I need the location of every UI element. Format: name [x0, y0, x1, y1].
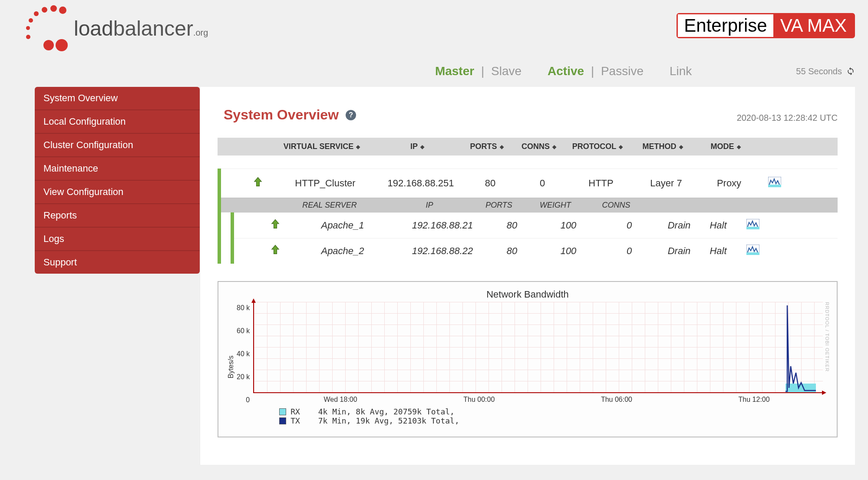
main-content: System Overview ? 2020-08-13 12:28:42 UT…	[200, 87, 855, 465]
logo-word-2: balancer	[113, 17, 193, 40]
legend-tx-summary: 7k Min, 19k Avg, 52103k Total,	[318, 416, 459, 425]
rs-ip: 192.168.88.21	[399, 220, 486, 231]
page-title: System Overview ?	[224, 107, 356, 123]
rs-weight: 100	[538, 245, 599, 257]
vs-method: Layer 7	[634, 178, 699, 189]
vs-ports: 80	[464, 178, 516, 189]
svg-rect-3	[746, 227, 759, 229]
x-ticks: Wed 18:00 Thu 00:00 Thu 06:00 Thu 12:00	[253, 396, 823, 404]
product-left: Enterprise	[678, 14, 773, 37]
y-ticks: 80 k 60 k 40 k 20 k 0	[237, 304, 253, 404]
vs-mode: Proxy	[699, 178, 759, 189]
sidebar-item-view-configuration[interactable]: View Configuration	[35, 181, 200, 204]
status-bar: Master | Slave Active | Passive Link 55 …	[0, 52, 868, 87]
vs-name: HTTP_Cluster	[273, 178, 377, 189]
col-real-server: REAL SERVER	[273, 201, 386, 210]
rs-name: Apache_1	[286, 220, 399, 231]
sort-icon: ◆	[356, 144, 360, 150]
drain-button[interactable]: Drain	[660, 220, 699, 231]
col-virtual-service[interactable]: VIRTUAL SERVICE◆	[270, 142, 374, 151]
vs-protocol: HTTP	[568, 178, 634, 189]
y-axis-label: Bytes/s	[225, 302, 237, 432]
legend-rx-name: RX	[290, 407, 300, 416]
state-passive: Passive	[601, 64, 644, 78]
drain-button[interactable]: Drain	[660, 245, 699, 257]
halt-button[interactable]: Halt	[699, 220, 738, 231]
up-arrow-icon	[243, 176, 273, 191]
col-rs-conns: CONNS	[586, 201, 647, 210]
vs-row[interactable]: HTTP_Cluster 192.168.88.251 80 0 HTTP La…	[221, 169, 838, 198]
sidebar-item-logs[interactable]: Logs	[35, 228, 200, 251]
sidebar-item-support[interactable]: Support	[35, 251, 200, 274]
col-rs-weight: WEIGHT	[525, 201, 586, 210]
rs-row: Apache_1 192.168.88.21 80 100 0 Drain Ha…	[234, 212, 838, 238]
virtual-services-table: VIRTUAL SERVICE◆ IP◆ PORTS◆ CONNS◆ PROTO…	[218, 138, 838, 264]
rs-name: Apache_2	[286, 245, 399, 257]
graph-icon[interactable]	[738, 219, 768, 232]
logo-suffix: .org	[193, 28, 208, 37]
halt-button[interactable]: Halt	[699, 245, 738, 257]
svg-rect-5	[746, 252, 759, 255]
rs-ports: 80	[486, 220, 538, 231]
sidebar-item-cluster-configuration[interactable]: Cluster Configuration	[35, 134, 200, 157]
link-status: Link	[670, 64, 692, 78]
graph-icon[interactable]	[738, 245, 768, 258]
rrdtool-watermark: RRDTOOL / TOBI OETIKER	[823, 302, 830, 432]
rs-weight: 100	[538, 220, 599, 231]
timestamp: 2020-08-13 12:28:42 UTC	[737, 113, 838, 123]
col-ports[interactable]: PORTS◆	[461, 142, 513, 151]
rs-ports: 80	[486, 245, 538, 257]
col-conns[interactable]: CONNS◆	[513, 142, 565, 151]
logo-dots-icon	[26, 4, 69, 52]
state-active: Active	[548, 64, 584, 78]
rs-conns: 0	[599, 245, 660, 257]
rs-header-row: REAL SERVER IP PORTS WEIGHT CONNS	[221, 198, 838, 212]
role-master: Master	[435, 64, 474, 78]
col-rs-ip: IP	[386, 201, 473, 210]
vs-conns: 0	[516, 178, 568, 189]
tx-swatch-icon	[279, 417, 286, 424]
logo-word-1: load	[74, 17, 113, 40]
up-arrow-icon	[264, 218, 286, 233]
legend-tx-name: TX	[290, 416, 300, 425]
chart-title: Network Bandwidth	[225, 289, 830, 300]
rx-swatch-icon	[279, 408, 286, 415]
col-ip[interactable]: IP◆	[374, 142, 461, 151]
rs-conns: 0	[599, 220, 660, 231]
countdown-text: 55 Seconds	[796, 66, 842, 76]
logo: loadbalancer.org	[26, 4, 208, 52]
logo-text: loadbalancer.org	[74, 17, 208, 40]
legend-rx-summary: 4k Min, 8k Avg, 20759k Total,	[318, 407, 455, 416]
sidebar: System Overview Local Configuration Clus…	[35, 87, 200, 274]
svg-rect-1	[768, 185, 781, 187]
graph-icon[interactable]	[759, 177, 790, 190]
help-icon[interactable]: ?	[346, 110, 356, 120]
role-slave: Slave	[491, 64, 521, 78]
refresh-countdown: 55 Seconds	[796, 66, 855, 76]
col-protocol[interactable]: PROTOCOL◆	[565, 142, 630, 151]
vs-header-row: VIRTUAL SERVICE◆ IP◆ PORTS◆ CONNS◆ PROTO…	[218, 138, 838, 156]
chart-legend: RX 4k Min, 8k Avg, 20759k Total, TX 7k M…	[253, 407, 823, 425]
refresh-icon[interactable]	[846, 67, 855, 76]
up-arrow-icon	[264, 244, 286, 258]
plot-area	[253, 302, 823, 393]
sidebar-item-maintenance[interactable]: Maintenance	[35, 157, 200, 181]
rs-ip: 192.168.88.22	[399, 245, 486, 257]
product-right: VA MAX	[773, 14, 854, 37]
sidebar-item-local-configuration[interactable]: Local Configuration	[35, 110, 200, 134]
col-rs-ports: PORTS	[473, 201, 525, 210]
col-method[interactable]: METHOD◆	[630, 142, 695, 151]
ha-state: Active | Passive	[548, 64, 644, 78]
vs-ip: 192.168.88.251	[377, 178, 464, 189]
sidebar-item-system-overview[interactable]: System Overview	[35, 87, 200, 110]
col-mode[interactable]: MODE◆	[695, 142, 756, 151]
rs-row: Apache_2 192.168.88.22 80 100 0 Drain Ha…	[234, 238, 838, 264]
product-badge: Enterprise VA MAX	[677, 13, 855, 38]
bandwidth-chart: Network Bandwidth Bytes/s 80 k 60 k 40 k…	[218, 281, 838, 437]
sidebar-item-reports[interactable]: Reports	[35, 204, 200, 228]
ha-role: Master | Slave	[435, 64, 521, 78]
